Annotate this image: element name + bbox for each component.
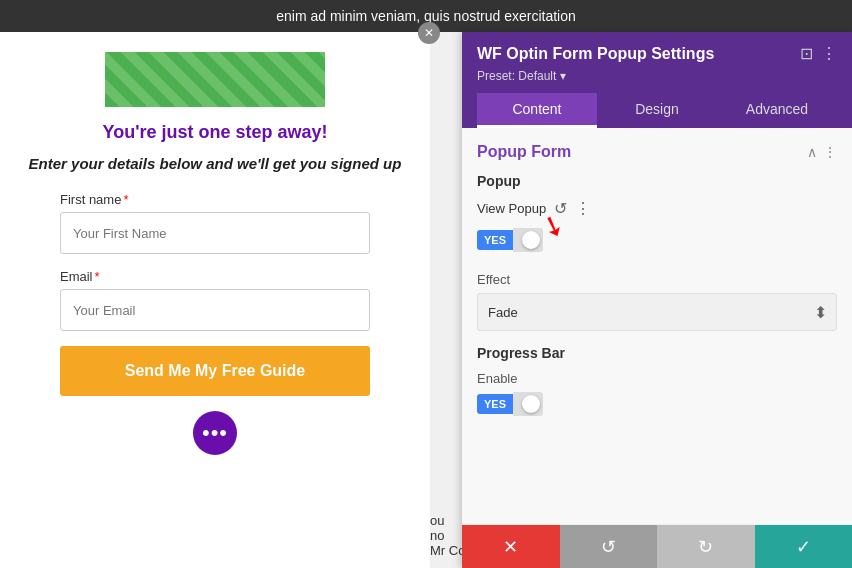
view-popup-toggle[interactable]: YES [477, 228, 837, 252]
popup-banner [105, 52, 325, 107]
settings-header: WF Optin Form Popup Settings ⊡ ⋮ Preset:… [462, 32, 852, 128]
resize-icon[interactable]: ⊡ [800, 44, 813, 63]
reset-ctrl-icon[interactable]: ↺ [554, 199, 567, 218]
enable-toggle-knob [522, 395, 540, 413]
settings-panel: WF Optin Form Popup Settings ⊡ ⋮ Preset:… [462, 32, 852, 568]
collapse-icon[interactable]: ∧ [807, 144, 817, 160]
settings-footer: ✕ ↺ ↻ ✓ [462, 524, 852, 568]
popup-close-button[interactable]: ✕ [418, 22, 440, 44]
redo-button[interactable]: ↻ [657, 525, 755, 568]
save-button[interactable]: ✓ [755, 525, 853, 568]
more-icon[interactable]: ⋮ [821, 44, 837, 63]
cancel-button[interactable]: ✕ [462, 525, 560, 568]
section-icons: ∧ ⋮ [807, 144, 837, 160]
settings-header-top: WF Optin Form Popup Settings ⊡ ⋮ [477, 44, 837, 63]
enable-toggle-yes: YES [477, 394, 513, 414]
cancel-icon: ✕ [503, 536, 518, 558]
enable-toggle-handle[interactable] [513, 392, 543, 416]
toggle-knob [522, 231, 540, 249]
first-name-label: First name* [60, 192, 370, 207]
popup-modal: ✕ You're just one step away! Enter your … [0, 32, 430, 568]
reset-button[interactable]: ↺ [560, 525, 658, 568]
tab-advanced[interactable]: Advanced [717, 93, 837, 128]
progress-bar-title: Progress Bar [477, 345, 837, 361]
tab-design[interactable]: Design [597, 93, 717, 128]
toggle-handle[interactable] [513, 228, 543, 252]
view-popup-label: View Popup [477, 201, 546, 216]
save-icon: ✓ [796, 536, 811, 558]
toggle-yes-label: YES [477, 230, 513, 250]
first-name-input[interactable] [60, 212, 370, 254]
email-input[interactable] [60, 289, 370, 331]
fab-button[interactable]: ••• [193, 411, 237, 455]
section-more-icon[interactable]: ⋮ [823, 144, 837, 160]
enable-toggle[interactable]: YES [477, 392, 837, 416]
preset-dropdown[interactable]: Preset: Default ▾ [477, 69, 837, 83]
effect-label: Effect [477, 272, 837, 287]
subsection-popup-title: Popup [477, 173, 837, 189]
section-title: Popup Form [477, 143, 571, 161]
settings-title: WF Optin Form Popup Settings [477, 45, 714, 63]
settings-body: Popup Form ∧ ⋮ Popup View Popup ↺ ⋮ YES … [462, 128, 852, 524]
redo-icon: ↻ [698, 536, 713, 558]
more-ctrl-icon[interactable]: ⋮ [575, 199, 591, 218]
view-popup-row: View Popup ↺ ⋮ [477, 199, 837, 218]
submit-button[interactable]: Send Me My Free Guide [60, 346, 370, 396]
tab-content[interactable]: Content [477, 93, 597, 128]
enable-label: Enable [477, 371, 837, 386]
settings-tabs: Content Design Advanced [477, 93, 837, 128]
effect-select-wrapper: Fade Slide Zoom ⬍ [477, 293, 837, 331]
toggle-arrow-wrapper: YES ➘ [477, 228, 837, 252]
settings-header-icons: ⊡ ⋮ [800, 44, 837, 63]
popup-title: You're just one step away! [103, 122, 328, 143]
effect-select[interactable]: Fade Slide Zoom [477, 293, 837, 331]
progress-bar-section: Progress Bar Enable YES [477, 345, 837, 416]
section-header: Popup Form ∧ ⋮ [477, 143, 837, 161]
popup-subtitle: Enter your details below and we'll get y… [29, 153, 402, 174]
email-label: Email* [60, 269, 370, 284]
reset-icon: ↺ [601, 536, 616, 558]
